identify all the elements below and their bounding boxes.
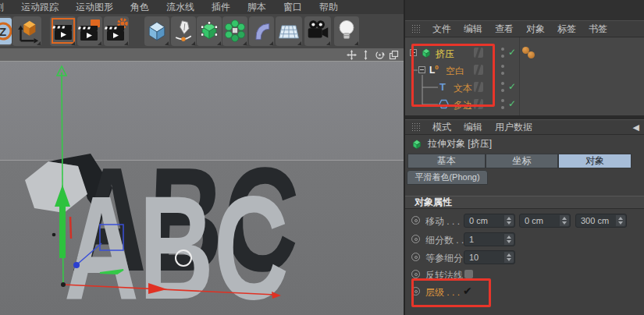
viewport-maximize-icon[interactable] <box>389 50 399 60</box>
stepper[interactable] <box>504 215 514 226</box>
attribute-title-row: 拉伸对象 [挤压] <box>405 135 644 153</box>
keyframe-circle-icon[interactable] <box>411 270 420 278</box>
coordinates-button[interactable] <box>12 16 41 46</box>
iso-subdivision-input[interactable]: 10 <box>464 250 515 264</box>
viewport-pan-icon[interactable] <box>347 50 357 60</box>
property-row-iso-subdivision: 等参细分 10 <box>405 250 644 265</box>
deformer-bend-button[interactable] <box>249 16 274 46</box>
move-x-input[interactable]: 0 cm <box>464 214 515 228</box>
tab-object[interactable]: 对象 <box>558 154 632 168</box>
panel-grip-icon[interactable] <box>411 24 420 34</box>
spline-pen-button[interactable] <box>171 16 196 46</box>
primitive-cube-button[interactable] <box>144 16 169 46</box>
visibility-dots[interactable] <box>500 99 504 109</box>
layer-icon[interactable] <box>474 65 483 75</box>
viewport-rotate-icon[interactable] <box>375 50 385 60</box>
om-menu-file[interactable]: 文件 <box>432 23 451 36</box>
object-name[interactable]: 文本 <box>454 82 472 95</box>
render-clapper-icon <box>51 17 76 45</box>
visibility-dots[interactable] <box>500 82 504 92</box>
keyframe-circle-icon[interactable] <box>411 253 420 261</box>
tree-row-null[interactable]: L0 空白 <box>405 62 644 78</box>
pen-icon <box>172 19 195 44</box>
move-z-input[interactable]: 300 cm <box>575 214 627 228</box>
tree-row-extrude[interactable]: 挤压 ✓ <box>405 45 644 61</box>
render-settings-clapper-icon <box>104 17 129 45</box>
property-label: 移动 . . . <box>425 215 460 228</box>
enabled-check-icon[interactable]: ✓ <box>508 47 516 58</box>
floor-button[interactable] <box>276 16 302 46</box>
render-settings-button[interactable] <box>104 16 129 46</box>
menu-motion-tracker[interactable]: 运动跟踪 <box>12 1 67 14</box>
menu-window[interactable]: 窗口 <box>275 1 311 14</box>
om-menu-objects[interactable]: 对象 <box>526 23 545 36</box>
menu-mograph[interactable]: 运动图形 <box>67 1 122 14</box>
menu-plugins[interactable]: 插件 <box>203 1 239 14</box>
flip-normals-checkbox[interactable] <box>464 270 473 278</box>
object-name[interactable]: 空白 <box>446 65 464 78</box>
origin-dot <box>61 282 66 287</box>
scene-3d: ABC ABC <box>0 62 404 315</box>
array-generator-button[interactable] <box>222 16 247 46</box>
om-menu-bookmarks[interactable]: 书签 <box>589 23 607 36</box>
light-button[interactable] <box>334 16 359 46</box>
history-back-icon[interactable]: ◀ <box>633 122 639 133</box>
text-face: ABC <box>64 165 289 315</box>
subdivision-cube-icon <box>197 19 221 44</box>
phong-tag-icon[interactable] <box>528 51 535 58</box>
svg-text:Z: Z <box>0 25 6 38</box>
panel-grip-icon[interactable] <box>411 122 420 132</box>
property-label: 层级 . . . <box>425 286 460 299</box>
tab-coordinates[interactable]: 坐标 <box>486 154 558 168</box>
menu-script[interactable]: 脚本 <box>239 1 275 14</box>
property-label: 细分数 . . <box>425 234 464 247</box>
keyframe-circle-icon[interactable] <box>411 235 420 243</box>
enabled-check-icon[interactable]: ✓ <box>508 98 516 109</box>
undo-button[interactable]: Z <box>0 16 12 46</box>
keyframe-circle-icon[interactable] <box>411 216 420 225</box>
subdivision-surface-button[interactable] <box>197 16 222 46</box>
menu-pipeline[interactable]: 流水线 <box>158 1 203 14</box>
om-menu-tags[interactable]: 标签 <box>557 23 576 36</box>
object-manager-menubar: 文件 编辑 查看 对象 标签 书签 <box>405 20 644 37</box>
object-name[interactable]: 多边 <box>454 99 472 112</box>
tree-row-text[interactable]: T 文本 ✓ <box>405 80 644 95</box>
tab-basic[interactable]: 基本 <box>407 154 486 168</box>
render-picture-viewer-button[interactable] <box>77 16 102 46</box>
collapse-toggle[interactable] <box>418 66 425 73</box>
stepper[interactable] <box>504 234 514 245</box>
stepper[interactable] <box>504 252 514 263</box>
camera-button[interactable] <box>304 16 331 46</box>
enabled-check-icon[interactable]: ✓ <box>508 81 516 92</box>
am-menu-edit[interactable]: 编辑 <box>464 121 482 134</box>
z-axis-handle <box>73 262 80 268</box>
am-menu-mode[interactable]: 模式 <box>432 121 451 134</box>
layer-icon[interactable] <box>474 99 483 109</box>
cinema4d-window: 雕刻 运动跟踪 运动图形 角色 流水线 插件 脚本 窗口 帮助 界面: Z <box>0 0 644 315</box>
subdivision-input[interactable]: 1 <box>464 232 515 246</box>
menu-character[interactable]: 角色 <box>122 1 158 14</box>
keyframe-circle-icon[interactable] <box>411 287 420 296</box>
hierarchy-checkbox[interactable]: ✔ <box>463 285 472 297</box>
render-view-button[interactable] <box>50 16 76 46</box>
stepper[interactable] <box>560 215 569 226</box>
layer-icon[interactable] <box>474 48 483 58</box>
menu-sculpt[interactable]: 雕刻 <box>0 1 12 14</box>
property-label: 等参细分 <box>425 252 463 265</box>
visibility-dots[interactable] <box>500 48 504 58</box>
menu-help[interactable]: 帮助 <box>311 1 347 14</box>
om-menu-edit[interactable]: 编辑 <box>464 23 482 36</box>
layer-icon[interactable] <box>474 82 483 92</box>
viewport-3d[interactable]: ABC ABC <box>0 61 404 315</box>
collapse-toggle[interactable] <box>410 49 417 56</box>
move-y-input[interactable]: 0 cm <box>519 214 571 228</box>
tree-row-polygon[interactable]: 多边 ✓ <box>405 97 644 112</box>
am-menu-userdata[interactable]: 用户数据 <box>495 121 532 134</box>
stepper[interactable] <box>616 215 625 226</box>
object-name[interactable]: 挤压 <box>436 48 454 61</box>
viewport-zoom-icon[interactable] <box>361 50 371 60</box>
visibility-dots[interactable] <box>500 65 504 75</box>
property-row-hierarchy: 层级 . . . ✔ <box>405 284 644 299</box>
om-menu-view[interactable]: 查看 <box>495 23 514 36</box>
tab-phong[interactable]: 平滑着色(Phong) <box>407 170 488 185</box>
